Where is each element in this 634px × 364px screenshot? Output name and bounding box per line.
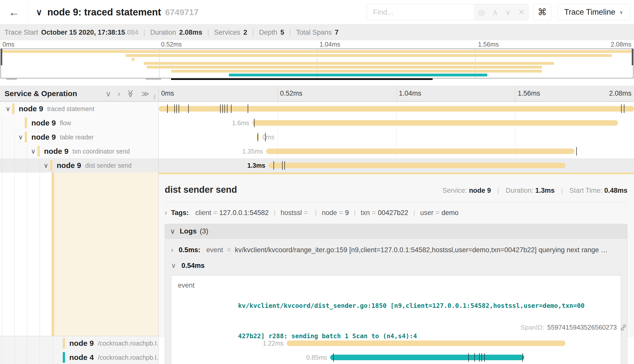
minimap-scroll-thumb[interactable] bbox=[171, 78, 433, 80]
span-duration-label: 1.35ms bbox=[242, 148, 266, 155]
log-marker-tick bbox=[248, 104, 248, 113]
tag-value: demo bbox=[441, 209, 459, 217]
log-marker-tick bbox=[333, 353, 334, 362]
span-duration-bar[interactable] bbox=[266, 148, 575, 154]
span-row-timeline-cell[interactable] bbox=[159, 102, 634, 116]
span-row-name-cell[interactable]: ∨node 9dist sender send bbox=[0, 158, 159, 173]
span-duration-bar[interactable] bbox=[268, 163, 565, 168]
minimap-canvas[interactable] bbox=[1, 49, 633, 78]
span-row-name-cell[interactable]: ∨node 9traced statement bbox=[0, 102, 159, 116]
span-row-timeline-cell[interactable]: 0.85ms bbox=[159, 350, 634, 364]
find-controls: ◎ ∧ ∨ ✕ bbox=[474, 4, 528, 20]
tag-separator: | bbox=[354, 209, 356, 217]
span-duration-bar[interactable] bbox=[159, 106, 634, 112]
detail-left-gutter bbox=[0, 173, 159, 336]
span-row-name-cell[interactable]: node 9flow bbox=[0, 116, 159, 130]
tree-controls: ∨ › ≫ ≫ bbox=[105, 89, 149, 98]
back-button[interactable]: ← bbox=[0, 0, 28, 24]
span-duration-bar[interactable] bbox=[287, 340, 565, 346]
tag-equals: = bbox=[339, 209, 343, 217]
keyboard-shortcuts-button[interactable]: ⌘ bbox=[533, 4, 551, 20]
minimap-span-bar[interactable] bbox=[171, 70, 542, 73]
span-row-timeline-cell[interactable]: 1.35ms bbox=[159, 144, 634, 158]
minimap-scroll-piece[interactable] bbox=[6, 78, 17, 80]
span-row[interactable]: node 9flow1.6ms bbox=[0, 116, 634, 130]
minimap-span-bar[interactable] bbox=[147, 66, 542, 69]
span-row-timeline-cell[interactable]: 1.3ms bbox=[159, 158, 634, 173]
tree-depth-guide bbox=[27, 336, 27, 364]
span-row[interactable]: ∨node 9dist sender send1.3ms bbox=[0, 158, 634, 173]
minimap-span-bar[interactable] bbox=[229, 74, 487, 76]
minimap-span-bar[interactable] bbox=[1, 50, 633, 53]
next-match-icon[interactable]: ∨ bbox=[505, 8, 511, 17]
log-marker-tick bbox=[258, 133, 258, 141]
minimap-span-bar[interactable] bbox=[125, 54, 612, 57]
span-duration-bar[interactable] bbox=[330, 355, 524, 360]
span-row[interactable]: ∨node 9txn coordinator send1.35ms bbox=[0, 144, 634, 158]
start-time-label: Start Time: bbox=[569, 187, 602, 194]
span-row[interactable]: node 9/cockroach.roachpb.I...1.22ms bbox=[0, 336, 634, 350]
summary-item-label: Trace Start bbox=[5, 29, 38, 36]
span-expander-chevron-icon[interactable]: ∨ bbox=[44, 162, 48, 169]
minimap-scroll-piece[interactable] bbox=[146, 78, 161, 80]
minimap-span-bar[interactable] bbox=[144, 62, 554, 65]
span-row[interactable]: node 4/cockroach.roachpb.I...0.85ms bbox=[0, 350, 634, 364]
tree-depth-guide bbox=[2, 173, 2, 336]
span-expander-chevron-icon[interactable]: ∨ bbox=[31, 147, 36, 155]
tag-key: user bbox=[420, 209, 434, 217]
prev-match-icon[interactable]: ∧ bbox=[492, 8, 498, 17]
log-marker-tick bbox=[222, 104, 223, 113]
span-color-bar bbox=[25, 118, 27, 128]
collapse-trace-chevron-icon[interactable]: ∨ bbox=[36, 7, 42, 17]
axis-tick-label: 0.52ms bbox=[161, 41, 182, 48]
span-row-timeline-cell[interactable]: 1.22ms bbox=[159, 336, 634, 350]
span-row-name-cell[interactable]: node 9/cockroach.roachpb.I... bbox=[0, 336, 159, 350]
log-marker-tick bbox=[479, 353, 480, 362]
span-duration-bar[interactable] bbox=[252, 120, 618, 126]
copy-link-icon[interactable] bbox=[620, 324, 627, 331]
span-id-row: SpanID: 5597415943526560273 bbox=[520, 324, 627, 331]
tags-row[interactable]: › Tags: client=127.0.0.1:54582|hostssl=|… bbox=[165, 209, 627, 217]
trace-id: 6749717 bbox=[165, 7, 199, 17]
span-expander-chevron-icon[interactable]: ∨ bbox=[6, 105, 10, 113]
find-input[interactable] bbox=[367, 4, 474, 20]
minimap-viewport-handle-right[interactable] bbox=[632, 49, 633, 65]
log-marker-tick bbox=[220, 104, 221, 113]
log-marker-tick bbox=[468, 353, 469, 362]
span-color-bar bbox=[63, 352, 65, 363]
view-selector-button[interactable]: Trace Timeline ∨ bbox=[557, 4, 630, 20]
tree-depth-guide bbox=[27, 173, 27, 336]
span-row-timeline-cell[interactable]: 0ms bbox=[159, 130, 634, 144]
log-entry-1[interactable]: › 0.5ms: event = kv/kvclient/kvcoord/ran… bbox=[165, 239, 627, 254]
summary-item-suffix: .084 bbox=[125, 29, 138, 36]
span-row-name-cell[interactable]: ∨node 9txn coordinator send bbox=[0, 144, 159, 158]
tag-equals: = bbox=[435, 209, 439, 217]
duration-label: Duration: bbox=[506, 187, 534, 194]
expand-all-icon[interactable]: ≫ bbox=[141, 89, 149, 98]
expand-one-icon[interactable]: › bbox=[118, 89, 120, 98]
match-highlight-icon[interactable]: ◎ bbox=[478, 8, 485, 17]
span-row-name-cell[interactable]: ∨node 9table reader bbox=[0, 130, 159, 144]
span-row[interactable]: ∨node 9table reader0ms bbox=[0, 130, 634, 144]
column-resize-handle[interactable]: ‖ bbox=[153, 94, 156, 101]
span-row-name-cell[interactable]: node 4/cockroach.roachpb.I... bbox=[0, 350, 159, 364]
logs-collapse-chevron-icon[interactable]: ∨ bbox=[170, 227, 175, 235]
minimap-span-bar[interactable] bbox=[132, 58, 135, 61]
span-duration-label: 0.85ms bbox=[306, 354, 330, 361]
log-collapse-chevron-icon[interactable]: ∨ bbox=[171, 262, 176, 269]
minimap-viewport-handle-left[interactable] bbox=[1, 49, 2, 65]
collapse-one-icon[interactable]: ∨ bbox=[105, 89, 111, 98]
timeline-minimap[interactable]: 0ms0.52ms1.04ms1.56ms2.08ms bbox=[0, 40, 634, 80]
log-expand-chevron-icon[interactable]: › bbox=[171, 246, 173, 254]
tree-depth-guide bbox=[14, 130, 15, 173]
logs-header[interactable]: ∨ Logs (3) bbox=[165, 224, 627, 239]
span-expander-chevron-icon[interactable]: ∨ bbox=[18, 133, 23, 141]
clear-find-icon[interactable]: ✕ bbox=[518, 8, 524, 17]
collapse-all-icon[interactable]: ≫ bbox=[126, 90, 135, 97]
span-row[interactable]: ∨node 9traced statement bbox=[0, 102, 634, 116]
span-color-bar bbox=[12, 103, 14, 114]
span-row-timeline-cell[interactable]: 1.6ms bbox=[159, 116, 634, 130]
tags-expand-chevron-icon[interactable]: › bbox=[165, 209, 167, 217]
tag-equals: = bbox=[372, 209, 376, 217]
log-entry-2-header[interactable]: ∨ 0.54ms bbox=[165, 254, 627, 270]
